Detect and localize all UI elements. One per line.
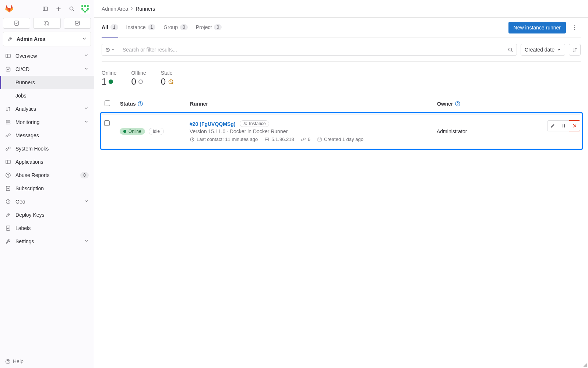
help-link[interactable]: Help [5,358,89,364]
sidebar-subitem-runners[interactable]: Runners [0,76,94,89]
tab-all[interactable]: All1 [102,18,118,38]
sort-label: Created date [525,47,554,53]
sidebar-item-deploy-keys[interactable]: Deploy Keys [0,208,94,222]
search-icon [508,47,513,53]
sort-dropdown[interactable]: Created date [521,44,565,56]
search-wrap [102,44,517,56]
sidebar-item-settings[interactable]: Settings [0,235,94,248]
tab-label: All [102,24,108,30]
chevron-down-icon [84,119,89,125]
sidebar-item-messages[interactable]: Messages [0,129,94,142]
filter-row: Created date [102,38,581,62]
todos-shortcut-button[interactable] [64,18,91,29]
chevron-down-icon [84,238,89,244]
summary-offline-label: Offline [131,70,146,76]
offline-dot-icon [138,79,143,84]
status-pill-online: Online [120,128,145,135]
chevron-down-icon [84,66,89,72]
breadcrumb-root[interactable]: Admin Area [102,6,128,12]
sidebar-item-label: Messages [15,132,89,138]
help-label: Help [13,358,24,364]
sidebar-item-system-hooks[interactable]: System Hooks [0,142,94,155]
highlighted-runner-row: Online Idle #20 (FgUVQQMSg) Instance Ver… [100,112,583,150]
runner-owner: Administrator [437,128,467,134]
sidebar-item-applications[interactable]: Applications [0,155,94,169]
sidebar-item-label: Runners [15,79,89,85]
select-all-checkbox[interactable] [105,100,110,106]
create-new-button[interactable] [53,3,64,15]
tag-icon [5,225,11,231]
merge-requests-shortcut-button[interactable] [33,18,60,29]
runner-ip: 5.1.86.218 [271,137,294,142]
chevron-down-icon [111,48,115,52]
sidebar-item-label: Geo [15,199,80,205]
pencil-icon [550,123,555,128]
tab-instance[interactable]: Instance1 [126,18,156,38]
tab-label: Project [196,24,212,30]
sidebar-item-label: Monitoring [15,119,80,125]
sidebar-item-overview[interactable]: Overview [0,49,94,63]
edit-runner-button[interactable] [547,120,558,131]
filter-search-input[interactable] [118,44,504,56]
monitor-icon [5,119,11,125]
search-submit-button[interactable] [504,44,517,56]
chevron-right-icon [130,6,134,12]
megaphone-icon [5,132,11,138]
sidebar-item-label: CI/CD [15,66,80,72]
abuse-icon [5,172,11,178]
sidebar-item-label: Labels [15,225,89,231]
context-header[interactable]: Admin Area [3,32,91,46]
quick-actions-row [0,18,94,32]
tab-project[interactable]: Project0 [196,18,222,38]
issues-shortcut-button[interactable] [3,18,30,29]
sort-direction-button[interactable] [569,44,581,56]
sidebar: Admin Area OverviewCI/CDRunnersJobsAnaly… [0,0,94,368]
help-icon[interactable] [455,101,461,107]
user-avatar[interactable] [79,3,91,15]
tab-group[interactable]: Group0 [163,18,188,38]
history-icon [105,47,110,53]
delete-runner-button[interactable] [569,120,580,131]
new-instance-runner-button[interactable]: New instance runner [508,22,566,33]
toggle-sidebar-button[interactable] [39,3,51,15]
search-history-button[interactable] [102,44,118,56]
license-icon [5,185,11,191]
jobs-icon [301,137,306,142]
sidebar-item-analytics[interactable]: Analytics [0,102,94,116]
sidebar-item-label: Abuse Reports [15,172,76,178]
top-bar [0,0,94,18]
chevron-down-icon [84,53,89,59]
sidebar-item-ci-cd[interactable]: CI/CD [0,63,94,76]
sidebar-item-geo[interactable]: Geo [0,195,94,208]
rocket-icon [5,66,11,72]
more-actions-button[interactable] [569,22,581,33]
tab-count: 1 [110,24,118,30]
users-icon [243,121,247,126]
gitlab-logo[interactable] [3,3,15,15]
help-icon[interactable] [137,101,143,107]
hook-icon [5,146,11,152]
sidebar-item-label: Subscription [15,185,89,191]
runner-version-line: Version 15.11.0 · Docker in Docker Runne… [190,128,437,134]
sidebar-item-monitoring[interactable]: Monitoring [0,116,94,129]
online-dot-icon [109,79,113,84]
summary-online: Online 1 [102,70,116,87]
sidebar-item-labels[interactable]: Labels [0,222,94,235]
summary-stale: Stale 0 [161,70,174,87]
sidebar-item-subscription[interactable]: Subscription [0,182,94,195]
summary-online-value: 1 [102,77,106,87]
runner-link[interactable]: #20 (FgUVQQMSg) [190,121,235,127]
apps-icon [5,159,11,165]
search-button[interactable] [66,3,78,15]
pause-runner-button[interactable] [558,120,569,131]
sort-icon [572,47,578,53]
tab-count: 0 [214,24,222,30]
sidebar-item-label: Jobs [15,93,89,99]
admin-icon [7,36,13,42]
calendar-icon [317,137,322,142]
geo-icon [5,199,11,205]
sidebar-item-abuse-reports[interactable]: Abuse Reports0 [0,169,94,182]
help-icon [5,359,11,364]
sidebar-subitem-jobs[interactable]: Jobs [0,89,94,102]
select-runner-checkbox[interactable] [104,120,110,126]
